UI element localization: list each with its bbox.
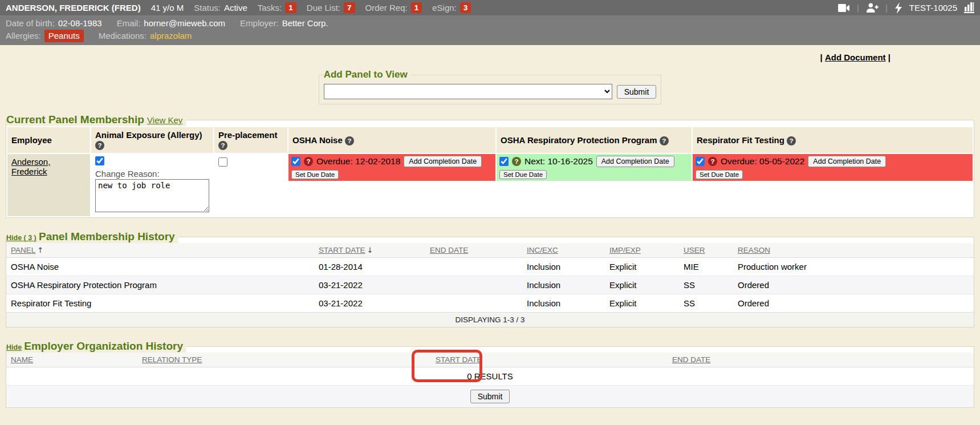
help-icon[interactable] [304,157,313,166]
order-req-badge[interactable]: 1 [411,2,422,13]
due-list-badge[interactable]: 7 [344,2,355,13]
allergies-group: Allergies: Peanuts [6,30,84,42]
col-imp-exp-link[interactable]: IMP/EXP [609,246,641,254]
set-due-date-button[interactable]: Set Due Date [696,170,743,179]
cell-reason: Ordered [733,276,974,294]
help-icon[interactable] [660,136,669,145]
esign-counter[interactable]: eSign: 3 [432,2,471,13]
due-list-counter[interactable]: Due List: 7 [307,2,355,13]
system-id-link[interactable]: TEST-10025 [909,3,957,13]
add-completion-date-button[interactable]: Add Completion Date [596,156,674,167]
help-icon[interactable] [708,157,717,166]
status-label: Status: [194,3,221,13]
col-user-link[interactable]: USER [684,246,705,254]
allergy-badge[interactable]: Peanuts [44,30,84,42]
esign-badge[interactable]: 3 [460,2,471,13]
col-respirator-fit-label: Respirator Fit Testing [697,135,784,145]
hide-panel-history-link[interactable]: Hide ( 3 ) [6,234,36,242]
lightning-icon[interactable] [894,2,902,14]
col-osha-noise: OSHA Noise [288,127,495,153]
col-animal-exposure: Animal Exposure (Allergy) [91,127,213,153]
employee-link[interactable]: Anderson, Frederick [11,157,50,176]
medications-label: Medications: [99,30,147,42]
add-completion-date-button[interactable]: Add Completion Date [404,156,482,167]
set-due-date-button[interactable]: Set Due Date [499,170,547,179]
animal-exposure-checkbox[interactable] [95,156,104,165]
patient-name: ANDERSON, FREDERICK (FRED) [6,3,141,13]
help-icon[interactable] [95,141,104,150]
submit-row: Submit [6,386,974,408]
due-list-label: Due List: [307,3,340,13]
osha-respiratory-cell: Next: 10-16-2025 Add Completion Date Set… [497,154,692,216]
add-panel-legend: Add Panel to View [324,69,411,80]
col-end-date-link[interactable]: END DATE [672,355,710,364]
osha-noise-cell: Overdue: 12-02-2018 Add Completion Date … [288,154,495,216]
col-end-date-link[interactable]: END DATE [430,246,468,254]
help-icon[interactable] [218,141,227,150]
cell-inc-exc: Inclusion [522,258,605,276]
employer-group: Employer: Better Corp. [240,17,328,30]
email-value: horner@mieweb.com [144,17,225,30]
col-start-date: START DATE↓ [314,243,425,258]
cell-panel: Respirator Fit Testing [6,294,314,313]
col-inc-exc-link[interactable]: INC/EXC [527,246,558,254]
help-icon[interactable] [787,136,796,145]
col-end-date: END DATE [668,353,974,367]
col-start-date-link[interactable]: START DATE [436,355,482,364]
set-due-date-button[interactable]: Set Due Date [291,170,339,179]
cell-panel: OSHA Noise [6,258,314,276]
email-label: Email: [117,17,141,30]
respirator-fit-cell: Overdue: 05-05-2022 Add Completion Date … [693,154,973,216]
col-inc-exc: INC/EXC [522,243,605,258]
cell-imp-exp: Explicit [605,276,679,294]
tasks-badge[interactable]: 1 [285,2,296,13]
help-icon[interactable] [512,157,521,166]
col-name-link[interactable]: NAME [11,355,33,364]
submit-button[interactable]: Submit [470,390,510,403]
panel-history-legend: Hide ( 3 ) Panel Membership History [6,230,178,243]
employer-history-legend: Hide Employer Organization History [6,340,186,353]
col-pre-placement: Pre-placement [214,127,287,153]
col-panel-link[interactable]: PANEL [11,246,35,254]
allergies-label: Allergies: [6,30,41,42]
cell-user: MIE [679,258,733,276]
osha-respiratory-checkbox[interactable] [499,157,509,166]
table-row: OSHA Respiratory Protection Program 03-2… [6,276,974,294]
col-relation-type-link[interactable]: RELATION TYPE [142,355,202,364]
overdue-band: Overdue: 05-05-2022 Add Completion Date … [693,154,973,181]
col-start-date-link[interactable]: START DATE [319,246,365,254]
table-row: OSHA Noise 01-28-2014 Inclusion Explicit… [6,258,974,276]
order-req-counter[interactable]: Order Req: 1 [365,2,422,13]
add-document-container: | Add Document | [820,52,890,62]
cell-user: SS [679,294,733,313]
add-document-link[interactable]: Add Document [825,52,886,62]
bar-chart-icon[interactable] [964,2,974,13]
cell-end-date [425,294,522,313]
cell-start-date: 03-21-2022 [314,276,425,294]
panel-select[interactable] [324,84,612,99]
pre-placement-checkbox[interactable] [218,157,227,167]
help-icon[interactable] [345,136,354,145]
medication-value[interactable]: alprazolam [150,30,192,42]
status-value: Active [224,3,247,13]
col-imp-exp: IMP/EXP [605,243,679,258]
add-panel-submit-button[interactable]: Submit [617,85,657,99]
col-reason-link[interactable]: REASON [738,246,770,254]
employee-cell: Anderson, Frederick [7,154,90,216]
add-person-icon[interactable] [866,3,879,13]
add-completion-date-button[interactable]: Add Completion Date [808,156,886,167]
tasks-counter[interactable]: Tasks: 1 [258,2,296,13]
change-reason-label: Change Reason: [95,169,209,179]
change-reason-textarea[interactable]: new to job role [95,179,209,212]
osha-noise-checkbox[interactable] [291,157,300,166]
respirator-fit-checkbox[interactable] [696,157,705,166]
hide-employer-history-link[interactable]: Hide [6,343,22,351]
animal-exposure-cell: Change Reason: new to job role [91,154,213,216]
overdue-band: Overdue: 12-02-2018 Add Completion Date … [288,154,495,181]
patient-header-bar: ANDERSON, FREDERICK (FRED) 41 y/o M Stat… [0,0,980,15]
video-camera-icon[interactable] [837,3,850,13]
view-key-link[interactable]: View Key [147,115,182,125]
cell-end-date [425,258,522,276]
col-end-date: END DATE [425,243,522,258]
panel-membership-history-section: Hide ( 3 ) Panel Membership History PANE… [6,230,974,327]
